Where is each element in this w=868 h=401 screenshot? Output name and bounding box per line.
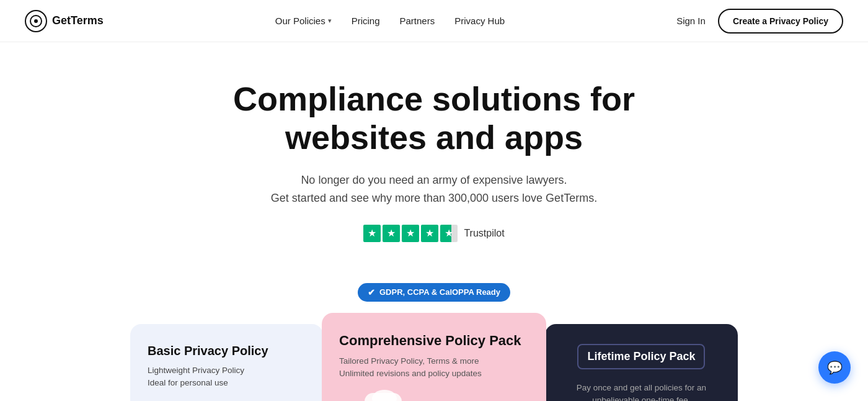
card-basic[interactable]: Basic Privacy Policy Lightweight Privacy… (130, 324, 323, 401)
lifetime-title-wrapper: Lifetime Policy Pack (562, 344, 720, 376)
cards-grid: Basic Privacy Policy Lightweight Privacy… (130, 313, 738, 401)
star-3: ★ (402, 225, 419, 242)
nav-privacy-hub[interactable]: Privacy Hub (454, 16, 505, 26)
basic-card-illustration (148, 389, 306, 401)
chat-button[interactable]: 💬 (818, 351, 851, 384)
create-policy-button[interactable]: Create a Privacy Policy (718, 9, 843, 34)
lifetime-card-title: Lifetime Policy Pack (577, 344, 705, 369)
logo[interactable]: GetTerms (25, 10, 104, 32)
hero-section: Compliance solutions for websites and ap… (0, 42, 868, 283)
basic-card-subtitle: Lightweight Privacy Policy Ideal for per… (148, 364, 306, 390)
navbar: GetTerms Our Policies ▾ Pricing Partners… (0, 0, 868, 42)
card-lifetime[interactable]: Lifetime Policy Pack Pay once and get al… (545, 324, 738, 401)
comprehensive-card-subtitle: Tailored Privacy Policy, Terms & more Un… (339, 355, 529, 381)
star-1: ★ (363, 225, 381, 242)
nav-our-policies[interactable]: Our Policies ▾ (275, 16, 332, 26)
svg-point-1 (34, 19, 38, 23)
trustpilot-widget: ★ ★ ★ ★ ★ Trustpilot (25, 225, 843, 242)
comprehensive-card-title: Comprehensive Policy Pack (339, 333, 529, 349)
sign-in-link[interactable]: Sign In (676, 16, 706, 26)
lifetime-card-subtitle: Pay once and get all policies for an unb… (562, 382, 720, 401)
star-5-half: ★ (440, 225, 458, 242)
logo-icon (25, 10, 47, 32)
check-circle-icon: ✔ (368, 287, 375, 297)
logo-text: GetTerms (52, 14, 104, 27)
nav-actions: Sign In Create a Privacy Policy (676, 9, 843, 34)
cards-section: ✔ GDPR, CCPA & CalOPPA Ready Basic Priva… (0, 283, 868, 401)
card-comprehensive[interactable]: Comprehensive Policy Pack Tailored Priva… (322, 313, 546, 401)
chat-icon: 💬 (827, 360, 843, 375)
main-illustration: 🌿 🍪 🇪🇺 (353, 390, 515, 401)
basic-card-title: Basic Privacy Policy (148, 344, 306, 358)
trustpilot-label: Trustpilot (464, 228, 504, 239)
hero-subtitle: No longer do you need an army of expensi… (260, 171, 608, 207)
nav-links: Our Policies ▾ Pricing Partners Privacy … (275, 16, 505, 26)
chevron-down-icon: ▾ (328, 17, 332, 25)
trustpilot-stars: ★ ★ ★ ★ ★ (363, 225, 458, 242)
hero-title: Compliance solutions for websites and ap… (217, 79, 651, 156)
gdpr-badge-container: ✔ GDPR, CCPA & CalOPPA Ready (25, 283, 843, 302)
nav-partners[interactable]: Partners (400, 16, 435, 26)
comprehensive-card-illustration: 🌿 🍪 🇪🇺 (339, 380, 529, 401)
nav-pricing[interactable]: Pricing (352, 16, 380, 26)
star-2: ★ (383, 225, 400, 242)
gdpr-badge: ✔ GDPR, CCPA & CalOPPA Ready (358, 283, 510, 302)
star-4: ★ (421, 225, 438, 242)
cloud-puff-main (372, 390, 397, 401)
